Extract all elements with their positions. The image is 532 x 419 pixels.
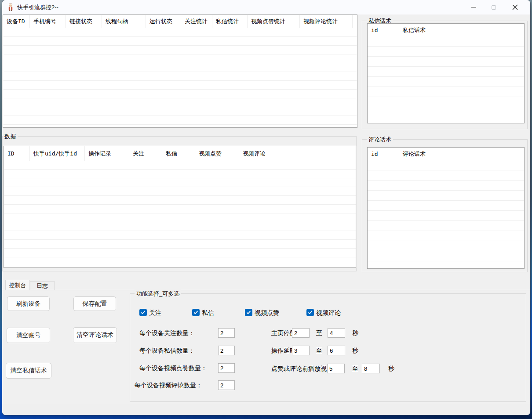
unit-seconds: 秒 (352, 329, 358, 337)
play-before-to-input[interactable] (362, 364, 380, 373)
op-delay-to-input[interactable] (328, 346, 345, 355)
tab-console[interactable]: 控制台 (5, 280, 30, 290)
like-count-label: 每个设备视频点赞数量： (139, 365, 207, 372)
check-icon (246, 310, 251, 315)
follow-count-input[interactable] (218, 328, 235, 338)
pm-count-label: 每个设备私信数量： (139, 347, 195, 355)
range-separator: 至 (316, 347, 322, 355)
home-stay-to-input[interactable] (328, 328, 345, 338)
data-panel-title: 数据 (3, 133, 18, 141)
checkbox-video-like[interactable] (245, 309, 252, 316)
pm-count-input[interactable] (218, 346, 235, 355)
clear-accounts-button[interactable]: 清空账号 (7, 328, 50, 343)
tab-console-label: 控制台 (9, 282, 26, 289)
device-table-body[interactable] (3, 28, 357, 127)
checkbox-follow[interactable] (139, 309, 147, 316)
close-button[interactable] (505, 0, 525, 14)
comment-count-label: 每个设备视频评论数量： (135, 382, 202, 390)
save-config-label: 保存配置 (83, 300, 107, 308)
refresh-devices-label: 刷新设备 (16, 300, 41, 308)
clear-accounts-label: 清空账号 (16, 332, 41, 340)
checkbox-video-comment[interactable] (306, 309, 314, 316)
tab-log[interactable]: 日志 (30, 281, 55, 290)
tab-divider (2, 290, 530, 290)
op-delay-from-input[interactable] (292, 346, 310, 355)
follow-count-label: 每个设备关注数量： (139, 329, 195, 337)
play-before-from-input[interactable] (327, 364, 345, 373)
unit-seconds: 秒 (388, 365, 394, 373)
pm-script-panel: 私信话术 id 私信话术 (362, 21, 528, 129)
app-icon (7, 4, 14, 11)
unit-seconds: 秒 (352, 347, 358, 355)
comment-script-panel-title: 评论话术 (367, 136, 393, 144)
app-window: 快手引流群控2-- 设备ID 手机编号 链接状态 线程句柄 运行状态 关注统计 … (2, 0, 530, 415)
pm-script-table-body[interactable] (368, 36, 524, 123)
checkbox-pm[interactable] (192, 309, 200, 316)
clear-pm-scripts-label: 清空私信话术 (10, 367, 47, 375)
tab-log-label: 日志 (36, 282, 48, 290)
close-icon (512, 4, 518, 10)
function-select-group-title: 功能选择_可多选 (135, 290, 181, 298)
device-table[interactable]: 设备ID 手机编号 链接状态 线程句柄 运行状态 关注统计 私信统计 视频点赞统… (3, 14, 357, 128)
maximize-icon (492, 5, 496, 10)
clear-comment-scripts-label: 清空评论话术 (77, 331, 113, 339)
like-count-input[interactable] (218, 363, 235, 373)
checkbox-follow-label[interactable]: 关注 (149, 309, 161, 317)
range-separator: 至 (352, 365, 358, 373)
data-table-body[interactable] (4, 161, 356, 267)
refresh-devices-button[interactable]: 刷新设备 (7, 296, 50, 311)
checkbox-video-comment-label[interactable]: 视频评论 (316, 309, 341, 317)
status-bar (2, 403, 530, 415)
comment-script-panel: 评论话术 id 评论话术 (362, 139, 528, 272)
checkbox-pm-label[interactable]: 私信 (202, 309, 214, 317)
title-bar[interactable]: 快手引流群控2-- (2, 0, 530, 14)
checkbox-video-like-label[interactable]: 视频点赞 (255, 309, 279, 317)
desktop: { "window": { "title": "快手引流群控2--" }, "d… (0, 0, 532, 419)
minimize-button[interactable] (463, 0, 484, 14)
minimize-icon (471, 7, 476, 7)
check-icon (193, 310, 198, 315)
comment-script-table-body[interactable] (368, 160, 524, 268)
comment-script-table[interactable]: id 评论话术 (367, 147, 525, 269)
data-table[interactable]: ID 快手uid/快手id 操作记录 关注 私信 视频点赞 视频评论 (4, 146, 356, 268)
home-stay-from-input[interactable] (292, 328, 310, 338)
maximize-button[interactable] (484, 0, 504, 14)
clear-comment-scripts-button[interactable]: 清空评论话术 (73, 327, 117, 343)
save-config-button[interactable]: 保存配置 (73, 296, 116, 311)
function-select-group: 功能选择_可多选 关注 私信 视频点赞 视频评论 每个设备关注数量： 每个设备私… (130, 293, 526, 402)
window-title: 快手引流群控2-- (17, 4, 58, 11)
range-separator: 至 (316, 329, 322, 337)
check-icon (141, 310, 146, 315)
data-panel: 数据 ID 快手uid/快手id 操作记录 关注 私信 视频点赞 视频评论 (2, 136, 357, 271)
comment-count-input[interactable] (218, 380, 235, 390)
pm-script-table[interactable]: id 私信话术 (367, 23, 525, 123)
clear-pm-scripts-button[interactable]: 清空私信话术 (6, 363, 51, 379)
check-icon (308, 310, 313, 315)
